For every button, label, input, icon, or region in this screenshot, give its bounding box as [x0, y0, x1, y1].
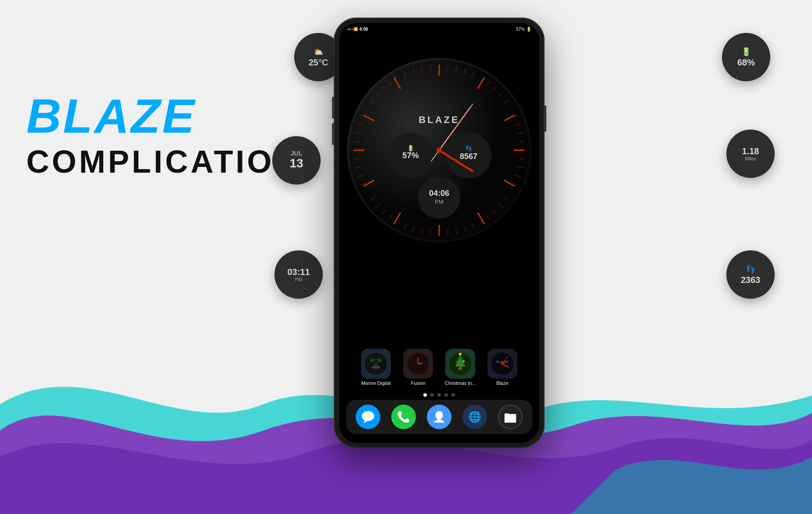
bubble-date: JUL 13	[272, 136, 321, 185]
svg-point-92	[463, 360, 465, 362]
svg-point-98	[501, 362, 504, 365]
volume-down-button[interactable]	[332, 123, 334, 145]
app-icon-blaze-img[interactable]: BLAZE	[487, 349, 517, 379]
watch-face: BLAZE 🔋 57% 👣 8567 04:06 PM	[347, 58, 531, 243]
svg-text:8567: 8567	[460, 152, 477, 161]
page-dots	[423, 393, 455, 397]
svg-point-91	[456, 361, 458, 363]
bubble-battery-top: 🔋 68%	[722, 33, 770, 81]
page-dot-3[interactable]	[437, 393, 441, 397]
app-label-marine: Marine Digital	[359, 380, 393, 386]
battery-top-value: 68%	[737, 58, 755, 67]
page-dot-2[interactable]	[430, 393, 434, 397]
dock-camera[interactable]: 📷	[498, 405, 523, 429]
app-icon-blaze[interactable]: BLAZE Blaze	[485, 349, 520, 386]
steps-bubble-value: 2363	[741, 275, 761, 285]
date-month: JUL	[291, 150, 302, 157]
svg-text:👣: 👣	[465, 145, 473, 152]
date-day: 13	[289, 157, 303, 170]
power-button[interactable]	[545, 105, 546, 132]
bubble-time-ampm: PM	[295, 277, 303, 282]
app-icon-marine-img[interactable]: 07:29 MARINE	[361, 349, 391, 379]
svg-text:MARINE: MARINE	[372, 366, 380, 369]
app-label-blaze: Blaze	[485, 380, 520, 386]
bubble-distance: 1.18 Miles	[726, 130, 775, 178]
blaze-title: BLAZE	[26, 88, 324, 144]
page-dot-4[interactable]	[444, 393, 448, 397]
status-right: 57% 🔋	[516, 27, 531, 32]
app-icon-marine[interactable]: 07:29 MARINE Marine Digital	[359, 349, 393, 386]
svg-point-90	[459, 353, 462, 355]
distance-unit: Miles	[745, 156, 756, 161]
camera-icon: 📷	[504, 411, 517, 423]
watch-face-area: BLAZE 🔋 57% 👣 8567 04:06 PM	[343, 36, 535, 264]
dock-browser[interactable]: 🌐	[462, 405, 487, 429]
app-label-fusion: Fusion	[401, 380, 435, 386]
battery-top-icon: 🔋	[741, 47, 751, 57]
phone-screen: 4G+📶 4:06 57% 🔋	[339, 23, 539, 443]
app-label-christmas: Christmas In...	[443, 380, 477, 386]
svg-rect-89	[458, 366, 462, 370]
dock-contacts[interactable]: 👤	[427, 405, 451, 429]
phone-notch	[408, 23, 470, 35]
bubble-steps: 👣 2363	[726, 250, 775, 299]
weather-icon: ⛅	[314, 47, 323, 57]
dock-phone[interactable]: 📞	[391, 405, 416, 429]
steps-bubble-icon: 👣	[746, 264, 755, 274]
watch-face-svg: BLAZE 🔋 57% 👣 8567 04:06 PM	[347, 58, 531, 243]
bubble-time-value: 03:11	[287, 267, 310, 277]
dock-messages[interactable]: 💬	[356, 405, 380, 429]
svg-text:57%: 57%	[402, 151, 419, 160]
status-left: 4G+📶 4:06	[347, 27, 368, 32]
contacts-icon: 👤	[433, 411, 446, 423]
app-icon-fusion-img[interactable]	[403, 349, 433, 379]
phone-body: 4G+📶 4:06 57% 🔋	[334, 18, 545, 448]
app-grid: 07:29 MARINE Marine Digital	[348, 349, 531, 386]
page-dot-1[interactable]	[423, 393, 427, 397]
svg-text:PM: PM	[435, 199, 444, 205]
weather-value: 25°C	[309, 58, 328, 67]
app-icon-christmas-img[interactable]	[445, 349, 475, 379]
svg-text:04:06: 04:06	[429, 189, 449, 198]
app-icon-christmas[interactable]: Christmas In...	[443, 349, 477, 386]
phone-icon: 📞	[397, 411, 410, 423]
page-dot-5[interactable]	[451, 393, 455, 397]
svg-point-68	[418, 177, 460, 219]
messages-icon: 💬	[361, 411, 375, 423]
status-time: 4:06	[359, 27, 368, 32]
status-battery-pct: 57%	[516, 27, 525, 32]
app-icon-fusion[interactable]: Fusion	[401, 349, 435, 386]
distance-value: 1.18	[742, 146, 759, 156]
volume-up-button[interactable]	[332, 97, 334, 119]
svg-point-74	[437, 148, 442, 153]
status-battery-icon: 🔋	[526, 27, 531, 32]
browser-icon: 🌐	[468, 411, 481, 423]
svg-text:07:29: 07:29	[371, 359, 381, 363]
status-signal: 4G+📶	[347, 27, 358, 31]
svg-text:BLAZE: BLAZE	[419, 114, 459, 125]
bubble-time: 03:11 PM	[274, 250, 323, 299]
dock: 💬 📞 👤 🌐 📷	[346, 400, 532, 434]
phone-container: 4G+📶 4:06 57% 🔋	[334, 18, 545, 448]
